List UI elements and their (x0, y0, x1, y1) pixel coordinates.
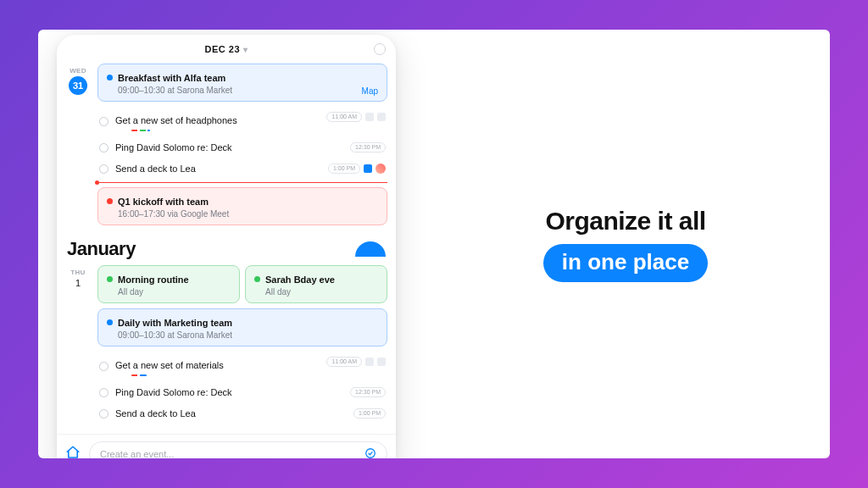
time-pill: 1:00 PM (328, 164, 360, 174)
checkbox-icon[interactable] (99, 388, 108, 397)
home-icon[interactable] (65, 445, 81, 458)
submit-icon[interactable] (364, 447, 376, 458)
bottom-bar: Create an event... (57, 434, 396, 458)
dot-icon (107, 75, 113, 80)
checkbox-icon[interactable] (99, 409, 108, 419)
task-row[interactable]: Ping David Solomo re: Deck 12:30 PM (97, 137, 387, 158)
date-header[interactable]: DEC 23 ▾ (57, 35, 396, 64)
date-label: DEC 23 (204, 44, 240, 54)
task-row[interactable]: Get a new set of headphones 11:00 AM (97, 107, 387, 137)
task-row[interactable]: Send a deck to Lea 1:00 PM (97, 158, 387, 180)
checkbox-icon[interactable] (99, 164, 108, 174)
checkbox-icon[interactable] (99, 362, 108, 371)
event-q1-kickoff[interactable]: Q1 kickoff with team 16:00–17:30 via Goo… (97, 187, 387, 225)
weekday-label: THU (65, 269, 91, 276)
repeat-icon (365, 358, 374, 366)
now-indicator-line (97, 182, 387, 183)
attachment-icon (377, 113, 386, 121)
dot-icon (107, 276, 113, 282)
promo-text: Organize it all in one place (421, 30, 830, 458)
promo-headline: Organize it all (545, 207, 705, 236)
month-decoration (355, 241, 386, 257)
day-number: 1 (65, 278, 91, 288)
task-row[interactable]: Get a new set of materials 11:00 AM (97, 352, 387, 382)
dot-icon (107, 198, 113, 204)
time-pill: 1:00 PM (353, 408, 386, 419)
task-row[interactable]: Ping David Solomo re: Deck 12:30 PM (97, 382, 387, 403)
more-icon[interactable] (374, 43, 386, 55)
event-sarah-bday-eve[interactable]: Sarah Bday eve All day (245, 265, 387, 303)
assignee-avatar (376, 164, 386, 174)
time-pill: 11:00 AM (326, 357, 362, 367)
time-pill: 11:00 AM (326, 112, 362, 122)
checkbox-icon[interactable] (99, 143, 108, 152)
dot-icon (107, 319, 113, 325)
day-marker-wed-31: WED 31 (65, 64, 91, 95)
attachment-icon (377, 358, 386, 366)
today-badge[interactable]: 31 (69, 76, 87, 95)
create-event-input[interactable]: Create an event... (89, 441, 387, 458)
month-title: January (67, 238, 136, 260)
checkbox-icon[interactable] (99, 117, 108, 126)
weekday-label: WED (65, 67, 91, 75)
app-phone-frame: DEC 23 ▾ WED 31 Breakfast with Alfa tea (57, 35, 396, 458)
event-morning-routine[interactable]: Morning routine All day (97, 265, 240, 303)
day-marker-thu-1: THU 1 (65, 265, 91, 288)
svg-point-0 (366, 449, 376, 458)
flag-icon (364, 164, 372, 173)
time-pill: 12:30 PM (350, 387, 386, 397)
task-tags-accent (131, 374, 147, 376)
event-daily-marketing[interactable]: Daily with Marketing team 09:00–10:30 at… (97, 308, 387, 347)
task-row[interactable]: Send a deck to Lea 1:00 PM (97, 403, 387, 424)
event-breakfast-alfa[interactable]: Breakfast with Alfa team 09:00–10:30 at … (97, 64, 387, 102)
promo-pill: in one place (543, 244, 708, 282)
create-event-placeholder: Create an event... (100, 449, 174, 458)
time-pill: 12:30 PM (350, 142, 386, 152)
task-tags-accent (131, 130, 150, 131)
map-link[interactable]: Map (362, 86, 378, 96)
dot-icon (254, 276, 260, 282)
chevron-down-icon: ▾ (243, 45, 248, 54)
repeat-icon (365, 113, 374, 121)
